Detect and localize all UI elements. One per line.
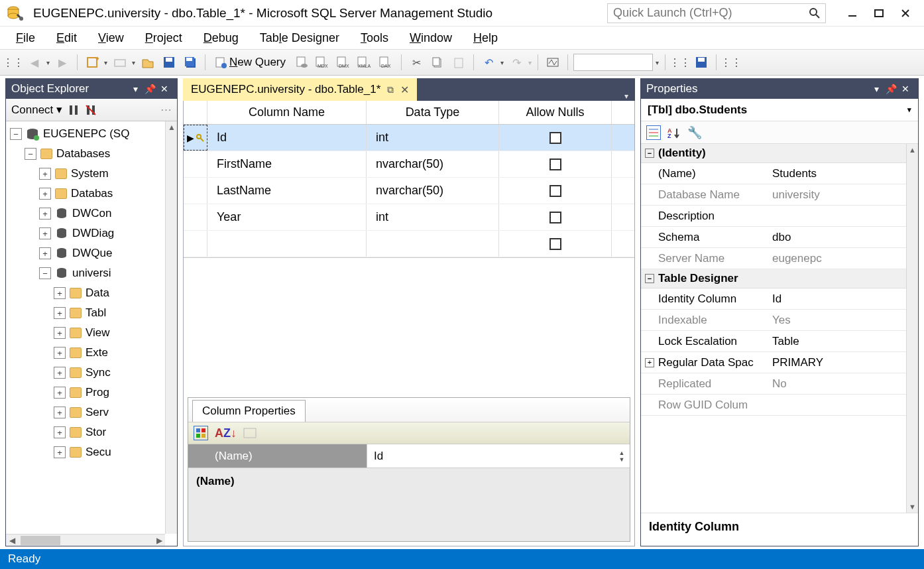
- property-row[interactable]: IndexableYes: [641, 310, 918, 331]
- wrench-icon[interactable]: 🔧: [687, 125, 702, 140]
- expand-icon[interactable]: +: [39, 188, 51, 200]
- menu-table-designer[interactable]: Table Designer: [251, 29, 349, 48]
- property-value[interactable]: PRIMARY: [767, 352, 918, 373]
- allow-nulls-checkbox[interactable]: [549, 238, 561, 250]
- row-selector[interactable]: [184, 204, 207, 230]
- property-row[interactable]: Lock EscalationTable: [641, 331, 918, 352]
- menu-edit[interactable]: Edit: [47, 29, 86, 48]
- spinner-icon[interactable]: ▲▼: [614, 444, 630, 468]
- property-row[interactable]: Database Nameuniversity: [641, 184, 918, 206]
- new-query-button[interactable]: NNew Queryew Query: [211, 56, 290, 69]
- mdx-query-icon[interactable]: MDX: [314, 53, 332, 72]
- expand-icon[interactable]: +: [39, 227, 51, 239]
- property-value[interactable]: Id: [767, 288, 918, 309]
- tree-node[interactable]: +DWDiag: [10, 223, 177, 243]
- window-position-icon[interactable]: ▾: [869, 84, 884, 94]
- expand-icon[interactable]: +: [54, 426, 66, 438]
- tree-node[interactable]: +Data: [10, 283, 177, 303]
- menu-file[interactable]: File: [7, 29, 44, 48]
- tree-node[interactable]: +Tabl: [10, 303, 177, 323]
- tree-node[interactable]: +View: [10, 323, 177, 343]
- column-row[interactable]: LastNamenvarchar(50): [184, 178, 634, 204]
- categorized-icon[interactable]: [194, 426, 208, 440]
- menu-project[interactable]: Project: [136, 29, 192, 48]
- property-row[interactable]: Server Nameeugenepc: [641, 248, 918, 269]
- new-project-button[interactable]: ✦: [83, 53, 101, 72]
- property-row[interactable]: (Name)Students: [641, 163, 918, 184]
- menu-tools[interactable]: Tools: [351, 29, 398, 48]
- copy-button[interactable]: [428, 53, 447, 72]
- menu-window[interactable]: Window: [400, 29, 461, 48]
- connect-button[interactable]: Connect ▾: [11, 103, 62, 117]
- property-row[interactable]: ReplicatedNo: [641, 373, 918, 395]
- server-node[interactable]: EUGENEPC (SQ: [43, 124, 129, 144]
- dmx-query-icon[interactable]: DMX: [335, 53, 353, 72]
- expand-icon[interactable]: +: [54, 327, 66, 339]
- expand-icon[interactable]: +: [54, 367, 66, 379]
- cut-button[interactable]: ✂: [407, 53, 426, 72]
- quick-launch-input[interactable]: Quick Launch (Ctrl+Q): [607, 3, 826, 23]
- vertical-scrollbar[interactable]: ▲ ▼: [906, 144, 918, 513]
- object-explorer-tree[interactable]: − EUGENEPC (SQ ▲ − Databases +System+Dat…: [6, 121, 177, 546]
- column-name-cell[interactable]: FirstName: [207, 151, 367, 177]
- vertical-scrollbar[interactable]: ▲: [165, 121, 177, 534]
- minimize-button[interactable]: [839, 3, 866, 23]
- property-row[interactable]: Schemadbo: [641, 227, 918, 248]
- property-value[interactable]: eugenepc: [767, 248, 918, 269]
- close-button[interactable]: [892, 3, 919, 23]
- nav-forward-button[interactable]: ▶: [53, 53, 72, 72]
- columns-grid[interactable]: Column Name Data Type Allow Nulls ▶Idint…: [184, 101, 634, 258]
- alphabetical-icon[interactable]: AZ: [667, 127, 681, 139]
- property-category[interactable]: −Table Designer: [641, 269, 918, 288]
- property-pages-icon[interactable]: [243, 428, 257, 438]
- xmla-query-icon[interactable]: XMLA: [356, 53, 375, 72]
- expand-icon[interactable]: +: [645, 358, 654, 367]
- nav-back-button[interactable]: ◀: [25, 53, 44, 72]
- property-value[interactable]: [767, 395, 918, 415]
- open-button[interactable]: [111, 53, 129, 72]
- properties-object-selector[interactable]: [Tbl] dbo.Students▾: [641, 99, 918, 121]
- tree-node[interactable]: +Prog: [10, 383, 177, 403]
- expand-icon[interactable]: +: [54, 307, 66, 319]
- property-category[interactable]: −(Identity): [641, 144, 918, 163]
- property-value[interactable]: Table: [767, 331, 918, 351]
- redo-button[interactable]: ↷: [507, 53, 526, 72]
- dropdown-icon[interactable]: ▾: [104, 59, 108, 66]
- column-row[interactable]: ▶Idint: [184, 125, 634, 151]
- active-document-tab[interactable]: EUGENEPC.university - dbo.Table_1* ⧉ ✕: [183, 78, 417, 101]
- column-name-cell[interactable]: LastName: [207, 178, 367, 204]
- dax-query-icon[interactable]: DAX: [377, 53, 396, 72]
- database-combo[interactable]: [573, 54, 653, 71]
- tree-node[interactable]: +Sync: [10, 363, 177, 383]
- column-name-cell[interactable]: Year: [207, 204, 367, 230]
- property-value[interactable]: Yes: [767, 310, 918, 330]
- categorized-icon[interactable]: [646, 125, 661, 140]
- connect-icon[interactable]: [68, 104, 80, 116]
- properties-grid[interactable]: −(Identity)(Name)StudentsDatabase Nameun…: [641, 144, 918, 513]
- expand-icon[interactable]: +: [39, 208, 51, 220]
- expand-icon[interactable]: +: [54, 446, 66, 458]
- row-selector[interactable]: [184, 151, 207, 177]
- dropdown-icon[interactable]: ▾: [500, 59, 504, 66]
- collapse-icon[interactable]: −: [10, 128, 22, 140]
- column-properties-tab[interactable]: Column Properties: [192, 400, 306, 422]
- property-value[interactable]: No: [767, 373, 918, 394]
- column-row[interactable]: Yearint: [184, 204, 634, 231]
- horizontal-scrollbar[interactable]: ◀ ▶: [6, 534, 165, 546]
- expand-icon[interactable]: +: [39, 247, 51, 259]
- database-query-icon[interactable]: [292, 53, 311, 72]
- paste-button[interactable]: [449, 53, 468, 72]
- pin-icon[interactable]: 📌: [143, 84, 157, 94]
- tree-node[interactable]: +DWCon: [10, 204, 177, 223]
- allow-nulls-checkbox[interactable]: [549, 185, 561, 197]
- property-row[interactable]: Description: [641, 206, 918, 227]
- property-value[interactable]: Students: [767, 163, 918, 184]
- property-row[interactable]: +Regular Data SpacPRIMARY: [641, 352, 918, 373]
- colprop-name-value[interactable]: Id: [367, 444, 614, 468]
- row-selector[interactable]: [184, 178, 207, 204]
- collapse-icon[interactable]: −: [645, 274, 654, 283]
- allow-nulls-checkbox[interactable]: [549, 212, 561, 223]
- tree-node[interactable]: +Stor: [10, 422, 177, 442]
- property-value[interactable]: university: [767, 184, 918, 205]
- collapse-icon[interactable]: −: [25, 148, 36, 160]
